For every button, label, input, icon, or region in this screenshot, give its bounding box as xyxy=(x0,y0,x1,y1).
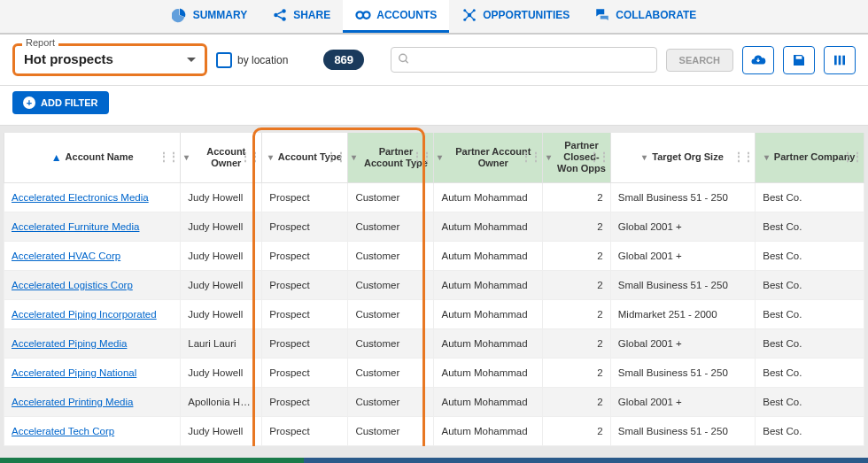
account-name-link[interactable]: Accelerated Piping Media xyxy=(4,328,181,358)
cell-owner: Judy Howell xyxy=(181,241,262,270)
tab-summary[interactable]: SUMMARY xyxy=(159,0,260,33)
save-button[interactable] xyxy=(783,46,815,74)
cell-opps: 2 xyxy=(543,416,611,445)
cell-size: Midmarket 251 - 2000 xyxy=(610,299,756,328)
search-input[interactable] xyxy=(391,47,656,73)
columns-button[interactable] xyxy=(824,46,856,74)
account-name-link[interactable]: Accelerated Tech Corp xyxy=(4,416,181,445)
cell-partner-type: Customer xyxy=(348,241,434,270)
table-row: Accelerated Piping NationalJudy HowellPr… xyxy=(4,358,864,387)
tab-opportunities[interactable]: OPPORTUNITIES xyxy=(449,0,582,33)
cell-type: Prospect xyxy=(262,387,348,416)
drag-handle-icon[interactable]: ⋮⋮ xyxy=(733,154,753,160)
cell-partner-type: Customer xyxy=(348,270,434,299)
tab-accounts[interactable]: ACCOUNTS xyxy=(343,0,449,33)
cell-company: Best Co. xyxy=(756,212,864,241)
column-header[interactable]: ▾Account Type⋮⋮ xyxy=(262,133,348,182)
account-name-link[interactable]: Accelerated Furniture Media xyxy=(4,212,181,241)
cell-size: Global 2001 + xyxy=(610,241,756,270)
account-name-link[interactable]: Accelerated Piping National xyxy=(4,358,181,387)
chevron-down-icon: ▾ xyxy=(546,152,551,162)
cell-type: Prospect xyxy=(262,328,348,358)
column-header[interactable]: ▾Partner Account Type⋮⋮ xyxy=(348,133,434,182)
svg-line-11 xyxy=(406,60,408,63)
table-row: Accelerated Printing MediaApollonia Holl… xyxy=(4,387,864,416)
drag-handle-icon[interactable]: ⋮⋮ xyxy=(159,154,178,160)
cell-partner-owner: Autum Mohammad xyxy=(434,416,543,445)
nav-tabs: SUMMARYSHAREACCOUNTSOPPORTUNITIESCOLLABO… xyxy=(0,0,868,35)
column-header[interactable]: ▾Partner Account Owner⋮⋮ xyxy=(434,133,543,182)
svg-point-2 xyxy=(282,17,286,21)
cloud-download-button[interactable] xyxy=(742,46,774,74)
cell-partner-type: Customer xyxy=(348,212,434,241)
cell-partner-type: Customer xyxy=(348,387,434,416)
table-row: Accelerated HVAC CorpJudy HowellProspect… xyxy=(4,241,864,270)
add-filter-button[interactable]: + ADD FILTER xyxy=(12,91,109,114)
cell-type: Prospect xyxy=(262,416,348,445)
table-row: Accelerated Piping MediaLauri LauriProsp… xyxy=(4,328,864,358)
tab-label: ACCOUNTS xyxy=(376,9,437,21)
table-row: Accelerated Furniture MediaJudy HowellPr… xyxy=(4,212,864,241)
svg-point-1 xyxy=(282,9,286,13)
cell-company: Best Co. xyxy=(756,241,864,270)
cell-type: Prospect xyxy=(262,299,348,328)
cell-company: Best Co. xyxy=(756,299,864,328)
account-name-link[interactable]: Accelerated HVAC Corp xyxy=(4,241,181,270)
chevron-down-icon: ▾ xyxy=(352,152,356,162)
drag-handle-icon[interactable]: ⋮⋮ xyxy=(240,154,260,160)
drag-handle-icon[interactable]: ⋮⋮ xyxy=(842,154,862,160)
tab-label: SUMMARY xyxy=(193,9,248,21)
tab-label: COLLABORATE xyxy=(616,9,696,21)
location-icon xyxy=(216,52,232,68)
cell-partner-owner: Autum Mohammad xyxy=(434,358,543,387)
cell-opps: 2 xyxy=(543,328,611,358)
cell-opps: 2 xyxy=(543,270,611,299)
cell-owner: Judy Howell xyxy=(181,212,262,241)
cell-company: Best Co. xyxy=(756,270,864,299)
svg-rect-14 xyxy=(842,55,845,65)
by-location-toggle[interactable]: by location xyxy=(216,52,288,68)
column-header[interactable]: ▾Partner Company⋮⋮ xyxy=(756,133,864,182)
accounts-table: ▲Account Name⋮⋮▾Account Owner⋮⋮▾Account … xyxy=(4,133,864,446)
drag-handle-icon[interactable]: ⋮⋮ xyxy=(589,154,608,160)
column-header[interactable]: ▾Target Org Size⋮⋮ xyxy=(610,133,756,182)
drag-handle-icon[interactable]: ⋮⋮ xyxy=(326,154,345,160)
cell-partner-owner: Autum Mohammad xyxy=(434,387,543,416)
account-name-link[interactable]: Accelerated Logistics Corp xyxy=(4,270,181,299)
cell-type: Prospect xyxy=(262,212,348,241)
svg-rect-13 xyxy=(839,55,841,65)
cell-size: Small Business 51 - 250 xyxy=(610,416,756,445)
drag-handle-icon[interactable]: ⋮⋮ xyxy=(521,154,540,160)
pie-icon xyxy=(172,7,188,23)
column-header[interactable]: ▾Account Owner⋮⋮ xyxy=(181,133,262,182)
svg-point-10 xyxy=(399,54,407,61)
chevron-down-icon: ▾ xyxy=(642,152,647,162)
count-badge: 869 xyxy=(323,50,364,70)
account-name-link[interactable]: Accelerated Piping Incorporated xyxy=(4,299,181,328)
column-header[interactable]: ▾Partner Closed-Won Opps⋮⋮ xyxy=(543,133,611,182)
report-value: Hot prospects xyxy=(24,51,180,66)
cell-company: Best Co. xyxy=(756,416,864,445)
table-row: Accelerated Logistics CorpJudy HowellPro… xyxy=(4,270,864,299)
filter-row: + ADD FILTER xyxy=(0,86,868,126)
cell-opps: 2 xyxy=(543,241,611,270)
cell-size: Small Business 51 - 250 xyxy=(610,358,756,387)
tab-collaborate[interactable]: COLLABORATE xyxy=(582,0,709,33)
account-name-link[interactable]: Accelerated Printing Media xyxy=(4,387,181,416)
cell-type: Prospect xyxy=(262,270,348,299)
tab-share[interactable]: SHARE xyxy=(260,0,343,33)
account-name-link[interactable]: Accelerated Electronics Media xyxy=(4,182,181,212)
drag-handle-icon[interactable]: ⋮⋮ xyxy=(412,154,431,160)
chevron-down-icon: ▾ xyxy=(184,152,189,162)
chat-icon xyxy=(594,7,610,23)
search-button[interactable]: SEARCH xyxy=(666,49,733,72)
report-dropdown[interactable]: Report Hot prospects xyxy=(12,43,207,76)
column-header[interactable]: ▲Account Name⋮⋮ xyxy=(4,133,181,182)
table-row: Accelerated Electronics MediaJudy Howell… xyxy=(4,182,864,212)
search-wrap xyxy=(391,47,656,73)
cell-size: Global 2001 + xyxy=(610,387,756,416)
cell-partner-owner: Autum Mohammad xyxy=(434,241,543,270)
cell-partner-owner: Autum Mohammad xyxy=(434,270,543,299)
cell-partner-type: Customer xyxy=(348,182,434,212)
cell-company: Best Co. xyxy=(756,182,864,212)
